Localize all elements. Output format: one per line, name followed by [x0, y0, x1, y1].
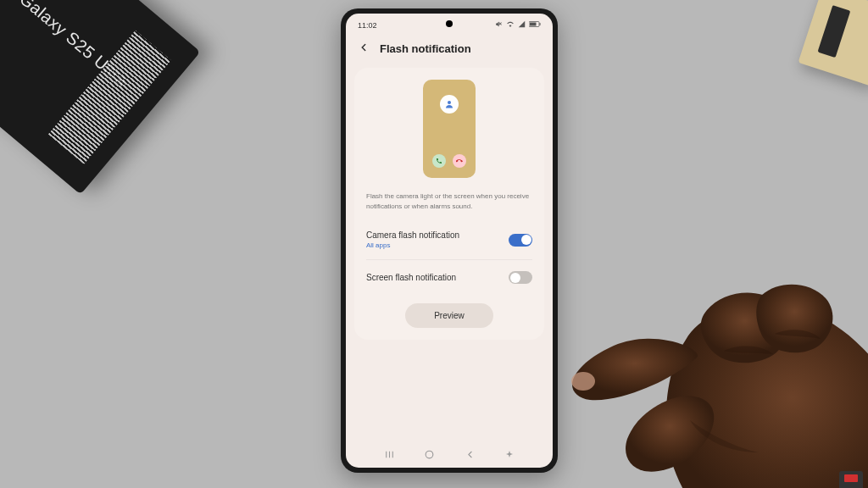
phone-screen: 11:02 Flash notification — [346, 14, 553, 468]
settings-card: Flash the camera light or the screen whe… — [354, 68, 544, 340]
watermark-logo — [839, 471, 863, 488]
decline-call-icon — [453, 154, 466, 168]
toggle-knob-icon — [521, 235, 531, 245]
camera-flash-setting-row[interactable]: Camera flash notification All apps — [366, 223, 532, 260]
svg-point-3 — [448, 101, 451, 104]
status-icons — [495, 20, 541, 30]
camera-flash-label-group: Camera flash notification All apps — [366, 230, 459, 249]
recents-icon[interactable] — [384, 449, 395, 463]
svg-rect-1 — [530, 23, 537, 26]
home-icon[interactable] — [424, 449, 435, 463]
accept-call-icon — [432, 154, 446, 168]
toggle-knob-icon — [510, 273, 520, 283]
status-time: 11:02 — [358, 21, 377, 30]
battery-icon — [529, 20, 541, 30]
page-header: Flash notification — [346, 33, 553, 68]
signal-icon — [518, 20, 526, 30]
desk-object — [798, 0, 868, 86]
description-text: Flash the camera light or the screen whe… — [366, 191, 532, 211]
svg-point-7 — [426, 451, 434, 458]
screen-flash-label: Screen flash notification — [366, 273, 456, 282]
svg-point-8 — [571, 372, 595, 391]
hand-pointing — [554, 200, 868, 488]
avatar-icon — [440, 95, 459, 114]
preview-button[interactable]: Preview — [405, 303, 493, 328]
screen-flash-toggle[interactable] — [509, 271, 532, 284]
product-box: Galaxy S25 Ultra — [0, 0, 200, 195]
illustration-call-buttons — [432, 154, 466, 168]
camera-flash-sublabel[interactable]: All apps — [366, 241, 459, 249]
illustration-phone — [423, 80, 476, 178]
wifi-icon — [506, 20, 515, 30]
phone-device: 11:02 Flash notification — [341, 8, 558, 473]
back-icon[interactable] — [358, 42, 370, 56]
page-title: Flash notification — [380, 42, 471, 55]
barcode-icon — [48, 30, 171, 164]
back-nav-icon[interactable] — [465, 449, 476, 463]
front-camera-icon — [446, 20, 453, 27]
svg-rect-2 — [540, 23, 541, 25]
screen-flash-setting-row[interactable]: Screen flash notification — [366, 263, 532, 291]
volume-off-icon — [495, 20, 503, 30]
assistant-icon[interactable] — [504, 450, 515, 463]
camera-flash-toggle[interactable] — [509, 234, 532, 247]
navigation-bar — [346, 449, 553, 463]
camera-flash-label: Camera flash notification — [366, 230, 459, 240]
